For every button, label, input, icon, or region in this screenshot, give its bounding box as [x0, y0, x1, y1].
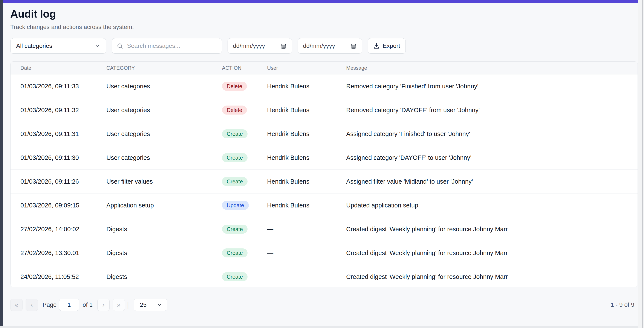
category-select-value: All categories — [16, 42, 52, 49]
cell-date: 01/03/2026, 09:11:33 — [20, 83, 106, 90]
action-badge: Create — [222, 177, 248, 186]
cell-message: Removed category 'Finished' from user 'J… — [346, 83, 629, 90]
scrollbar-thumb[interactable] — [642, 0, 643, 328]
table-row: 01/03/2026, 09:11:31User categoriesCreat… — [10, 122, 638, 146]
table-row: 01/03/2026, 09:11:26User filter valuesCr… — [10, 170, 638, 193]
search-input[interactable] — [126, 42, 217, 50]
filter-bar: All categories dd/mm/yyyy dd/mm/yyyy Exp… — [10, 38, 406, 54]
cell-date: 27/02/2026, 14:00:02 — [20, 226, 106, 233]
results-range-label: 1 - 9 of 9 — [610, 301, 638, 308]
table-row: 24/02/2026, 11:05:52DigestsCreate—Create… — [10, 265, 638, 287]
action-badge: Delete — [222, 106, 247, 115]
column-header-message: Message — [346, 65, 629, 71]
cell-date: 01/03/2026, 09:11:26 — [20, 178, 106, 185]
action-badge: Create — [222, 248, 248, 257]
cell-user: — — [267, 226, 346, 233]
cell-message: Updated application setup — [346, 202, 629, 209]
cell-category: User categories — [106, 107, 222, 114]
cell-message: Created digest 'Weekly planning' for res… — [346, 249, 629, 257]
date-from-input[interactable]: dd/mm/yyyy — [228, 38, 292, 54]
cell-category: Digests — [106, 273, 222, 280]
page-title: Audit log — [10, 8, 56, 20]
page-size-value: 25 — [140, 301, 146, 308]
cell-action: Create — [222, 272, 267, 281]
next-page-button[interactable]: › — [97, 299, 110, 311]
pagination-divider: | — [127, 301, 129, 309]
cell-category: User filter values — [106, 178, 222, 185]
action-badge: Create — [222, 153, 248, 162]
table-row: 01/03/2026, 09:11:32User categoriesDelet… — [10, 98, 638, 122]
page-number-input[interactable] — [59, 299, 79, 311]
date-from-placeholder: dd/mm/yyyy — [233, 42, 265, 49]
pagination-bar: « ‹ Page of 1 › » | 25 1 - 9 of 9 — [10, 294, 638, 311]
cell-user: Hendrik Bulens — [267, 178, 346, 185]
column-header-user: User — [267, 65, 346, 71]
action-badge: Create — [222, 225, 248, 234]
export-button[interactable]: Export — [368, 38, 406, 54]
cell-category: User categories — [106, 154, 222, 161]
cell-category: User categories — [106, 83, 222, 90]
table-body: 01/03/2026, 09:11:33User categoriesDelet… — [10, 74, 638, 287]
audit-table: DateCATEGORYACTIONUserMessage 01/03/2026… — [10, 61, 638, 287]
scrollbar-track — [638, 0, 644, 328]
cell-date: 01/03/2026, 09:09:15 — [20, 202, 106, 209]
table-header-row: DateCATEGORYACTIONUserMessage — [10, 62, 638, 74]
cell-action: Create — [222, 129, 267, 138]
table-row: 27/02/2026, 14:00:02DigestsCreate—Create… — [10, 217, 638, 241]
chevron-down-icon — [157, 302, 162, 308]
download-icon — [373, 43, 380, 49]
cell-message: Assigned category 'DAYOFF' to user 'John… — [346, 154, 629, 161]
export-button-label: Export — [383, 42, 400, 49]
cell-category: Digests — [106, 226, 222, 233]
table-row: 01/03/2026, 09:11:30User categoriesCreat… — [10, 146, 638, 170]
cell-user: Hendrik Bulens — [267, 202, 346, 209]
cell-message: Created digest 'Weekly planning' for res… — [346, 226, 629, 233]
page-size-select[interactable]: 25 — [134, 299, 167, 311]
last-page-button[interactable]: » — [112, 299, 125, 311]
cell-message: Assigned category 'Finished' to user 'Jo… — [346, 131, 629, 138]
cell-user: Hendrik Bulens — [267, 154, 346, 161]
action-badge: Update — [222, 201, 249, 210]
page-label: Page — [42, 301, 56, 308]
first-page-button[interactable]: « — [10, 299, 22, 311]
search-field — [112, 38, 222, 54]
date-to-input[interactable]: dd/mm/yyyy — [298, 38, 362, 54]
cell-message: Removed category 'DAYOFF' from user 'Joh… — [346, 107, 629, 114]
chevron-down-icon — [94, 43, 100, 49]
calendar-icon[interactable] — [350, 43, 357, 49]
date-to-placeholder: dd/mm/yyyy — [303, 42, 335, 49]
cell-action: Update — [222, 201, 267, 210]
page-count-label: of 1 — [82, 301, 92, 308]
action-badge: Create — [222, 272, 248, 281]
top-accent-bar — [2, 0, 638, 3]
previous-page-button[interactable]: ‹ — [26, 299, 38, 311]
left-edge-strip — [0, 0, 3, 328]
cell-action: Delete — [222, 82, 267, 91]
cell-date: 27/02/2026, 13:30:01 — [20, 249, 106, 257]
cell-date: 01/03/2026, 09:11:30 — [20, 154, 106, 161]
cell-action: Create — [222, 153, 267, 162]
cell-user: Hendrik Bulens — [267, 83, 346, 90]
column-header-date: Date — [20, 65, 106, 71]
cell-user: — — [267, 273, 346, 280]
cell-category: User categories — [106, 131, 222, 138]
cell-action: Create — [222, 177, 267, 186]
cell-category: Application setup — [106, 202, 222, 209]
cell-category: Digests — [106, 249, 222, 257]
cell-action: Delete — [222, 106, 267, 115]
search-icon — [117, 43, 123, 49]
table-row: 27/02/2026, 13:30:01DigestsCreate—Create… — [10, 241, 638, 265]
horizontal-scrollbar-track — [0, 326, 638, 328]
cell-message: Assigned filter value 'Midland' to user … — [346, 178, 629, 185]
table-row: 01/03/2026, 09:09:15Application setupUpd… — [10, 193, 638, 217]
calendar-icon[interactable] — [280, 43, 287, 49]
cell-user: Hendrik Bulens — [267, 131, 346, 138]
column-header-category: CATEGORY — [106, 65, 222, 71]
cell-date: 24/02/2026, 11:05:52 — [20, 273, 106, 280]
cell-user: — — [267, 249, 346, 257]
cell-message: Created digest 'Weekly planning' for res… — [346, 273, 629, 280]
action-badge: Create — [222, 129, 248, 138]
action-badge: Delete — [222, 82, 247, 91]
category-select[interactable]: All categories — [10, 38, 106, 54]
cell-action: Create — [222, 225, 267, 234]
